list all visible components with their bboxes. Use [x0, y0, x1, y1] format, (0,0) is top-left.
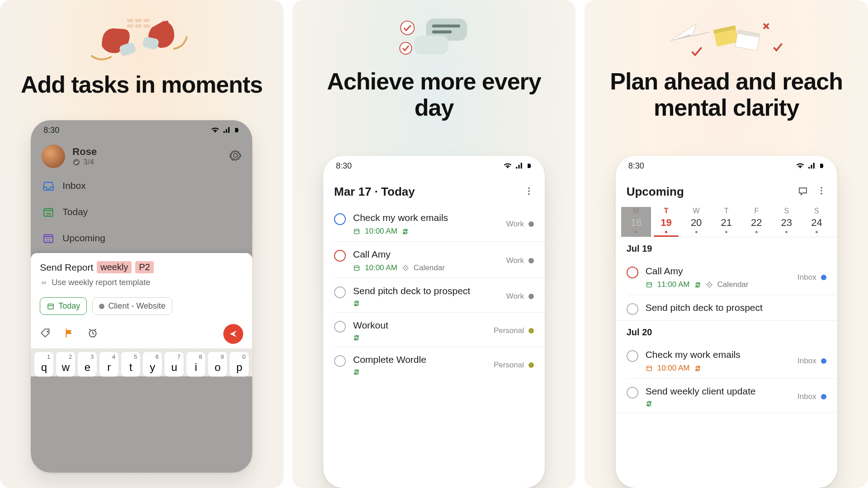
task-project[interactable]: Work: [506, 220, 534, 229]
nav-today[interactable]: Today: [31, 199, 252, 225]
key-t[interactable]: 5t: [121, 352, 140, 376]
task-item[interactable]: Send pitch deck to prospect: [616, 295, 837, 320]
task-checkbox[interactable]: [627, 350, 638, 362]
tag-weekly[interactable]: weekly: [97, 261, 132, 273]
comment-button[interactable]: [797, 186, 808, 198]
task-item[interactable]: Workout Personal: [323, 313, 545, 347]
task-checkbox[interactable]: [334, 321, 346, 333]
reminder-button[interactable]: [87, 327, 99, 341]
chip-project[interactable]: Client - Website: [92, 297, 172, 315]
label-button[interactable]: [40, 327, 52, 341]
key-w[interactable]: 2w: [56, 352, 75, 376]
inbox-icon: [42, 180, 54, 192]
svg-rect-20: [432, 24, 460, 28]
task-item[interactable]: Send weekly client update Inbox: [616, 379, 837, 413]
task-project[interactable]: Inbox: [797, 273, 826, 282]
calendar-icon: [353, 228, 360, 235]
task-item[interactable]: Complete Wordle Personal: [323, 347, 545, 381]
task-checkbox[interactable]: [334, 355, 346, 367]
wifi-icon: [211, 126, 220, 135]
task-title: Check my work emails: [353, 212, 499, 223]
day-18[interactable]: M18: [621, 207, 651, 237]
task-item[interactable]: Call Amy11:00 AMCalendar Inbox: [616, 258, 837, 295]
task-meta: 10:00 AM: [353, 227, 499, 236]
key-r[interactable]: 4r: [99, 352, 118, 376]
day-19[interactable]: T19: [651, 207, 681, 237]
task-checkbox[interactable]: [627, 387, 638, 399]
promo-panel-2: Achieve more every day 8:30 Mar 17 · Tod…: [292, 0, 576, 488]
key-i[interactable]: 8i: [186, 352, 205, 376]
phone-mock-3: 8:30 Upcoming M18T19W20T21F22S23S24 Jul …: [616, 156, 837, 488]
task-item[interactable]: Send pitch deck to prospect Work: [323, 278, 545, 312]
task-item[interactable]: Check my work emails10:00 AM Inbox: [616, 342, 837, 378]
priority-button[interactable]: [63, 327, 75, 341]
send-button[interactable]: [223, 324, 243, 344]
task-checkbox[interactable]: [334, 213, 346, 225]
tagline-1: Add tasks in moments: [21, 71, 263, 98]
task-meta: [646, 400, 790, 407]
promo-panel-3: Plan ahead and reach mental clarity 8:30…: [585, 0, 868, 488]
task-time: 10:00 AM: [365, 263, 397, 272]
upcoming-header: Upcoming: [616, 176, 837, 205]
task-project[interactable]: Personal: [494, 326, 534, 335]
signal-icon: [515, 162, 523, 170]
flag-icon: [63, 327, 75, 339]
task-checkbox[interactable]: [627, 303, 638, 315]
more-icon: [524, 186, 534, 196]
task-project[interactable]: Inbox: [797, 392, 826, 401]
tag-p2[interactable]: P2: [135, 261, 153, 273]
subtask-link[interactable]: Use weekly report template: [40, 278, 243, 287]
today-title: Mar 17 · Today: [334, 185, 415, 199]
more-button[interactable]: [816, 186, 826, 198]
svg-rect-14: [135, 19, 142, 22]
day-23[interactable]: S23: [772, 207, 802, 237]
signal-icon: [222, 126, 231, 134]
svg-point-23: [401, 21, 415, 35]
upcoming-icon: [42, 232, 54, 244]
nav-upcoming[interactable]: Upcoming: [31, 225, 252, 251]
day-24[interactable]: S24: [802, 207, 832, 237]
key-u[interactable]: 7u: [165, 352, 184, 376]
calendar-tag-icon: [402, 264, 409, 272]
status-time: 8:30: [43, 126, 59, 135]
user-progress: 3/4: [83, 158, 94, 167]
status-bar: 8:30: [31, 120, 252, 140]
status-bar: 8:30: [616, 156, 837, 176]
battery-icon: [233, 126, 240, 135]
user-name: Rose: [72, 146, 97, 158]
task-title: Call Amy: [646, 266, 790, 277]
week-strip[interactable]: M18T19W20T21F22S23S24: [616, 205, 837, 237]
status-bar: 8:30: [323, 156, 545, 176]
key-o[interactable]: 9o: [208, 352, 227, 376]
day-20[interactable]: W20: [681, 207, 712, 237]
avatar[interactable]: [42, 145, 65, 168]
task-time: 11:00 AM: [657, 280, 690, 289]
keyboard[interactable]: 1q2w3e4r5t6y7u8i9o0p: [31, 348, 252, 376]
day-21[interactable]: T21: [711, 207, 741, 237]
task-checkbox[interactable]: [334, 286, 346, 298]
settings-button[interactable]: [230, 150, 241, 163]
key-q[interactable]: 1q: [34, 352, 53, 376]
project-dot-icon: [528, 258, 534, 263]
task-project[interactable]: Personal: [494, 361, 534, 370]
task-project[interactable]: Work: [506, 292, 534, 301]
more-button[interactable]: [524, 186, 534, 198]
quick-add-input[interactable]: Send Report weekly P2: [40, 261, 243, 273]
chip-today[interactable]: Today: [40, 297, 87, 315]
calendar-tag-icon: [706, 281, 713, 288]
key-y[interactable]: 6y: [143, 352, 162, 376]
key-e[interactable]: 3e: [78, 352, 97, 376]
task-checkbox[interactable]: [334, 250, 346, 262]
task-project[interactable]: Work: [506, 256, 534, 265]
day-22[interactable]: F22: [741, 207, 772, 237]
task-checkbox[interactable]: [627, 267, 638, 278]
task-time: 10:00 AM: [657, 364, 690, 373]
task-item[interactable]: Call Amy10:00 AMCalendar Work: [323, 242, 545, 278]
nav-inbox[interactable]: Inbox: [31, 173, 252, 199]
account-header[interactable]: Rose 3/4: [31, 140, 252, 173]
task-project[interactable]: Inbox: [797, 357, 826, 366]
calendar-tag: Calendar: [717, 280, 749, 289]
task-item[interactable]: Check my work emails10:00 AM Work: [323, 205, 545, 241]
project-dot-icon: [821, 275, 826, 280]
key-p[interactable]: 0p: [230, 352, 249, 376]
